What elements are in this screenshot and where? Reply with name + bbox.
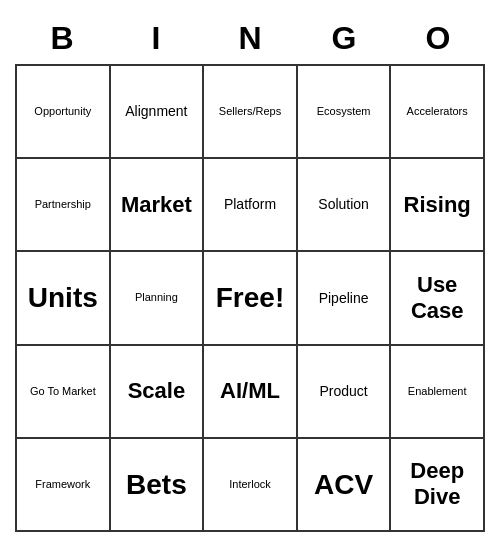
- bingo-cell: Go To Market: [17, 346, 111, 439]
- bingo-cell: Partnership: [17, 159, 111, 252]
- bingo-cell: Accelerators: [391, 66, 485, 159]
- bingo-cell: Use Case: [391, 252, 485, 345]
- bingo-cell: Rising: [391, 159, 485, 252]
- cell-text: Units: [28, 281, 98, 315]
- cell-text: Bets: [126, 468, 187, 502]
- cell-text: Enablement: [408, 385, 467, 398]
- cell-text: Product: [319, 383, 367, 400]
- cell-text: Framework: [35, 478, 90, 491]
- bingo-cell: Units: [17, 252, 111, 345]
- bingo-header: BINGO: [15, 12, 485, 64]
- cell-text: Planning: [135, 291, 178, 304]
- bingo-cell: Market: [111, 159, 205, 252]
- bingo-cell: Alignment: [111, 66, 205, 159]
- cell-text: Scale: [128, 378, 186, 404]
- bingo-cell: ACV: [298, 439, 392, 532]
- bingo-cell: Enablement: [391, 346, 485, 439]
- bingo-cell: Deep Dive: [391, 439, 485, 532]
- bingo-cell: Planning: [111, 252, 205, 345]
- cell-text: Partnership: [35, 198, 91, 211]
- cell-text: Platform: [224, 196, 276, 213]
- header-letter: G: [297, 12, 391, 64]
- cell-text: Solution: [318, 196, 369, 213]
- bingo-cell: Bets: [111, 439, 205, 532]
- header-letter: N: [203, 12, 297, 64]
- cell-text: Pipeline: [319, 290, 369, 307]
- cell-text: Opportunity: [34, 105, 91, 118]
- bingo-cell: Scale: [111, 346, 205, 439]
- cell-text: Rising: [404, 192, 471, 218]
- cell-text: Alignment: [125, 103, 187, 120]
- cell-text: Market: [121, 192, 192, 218]
- bingo-cell: Pipeline: [298, 252, 392, 345]
- bingo-grid: OpportunityAlignmentSellers/RepsEcosyste…: [15, 64, 485, 532]
- cell-text: AI/ML: [220, 378, 280, 404]
- header-letter: O: [391, 12, 485, 64]
- cell-text: Go To Market: [30, 385, 96, 398]
- bingo-cell: Framework: [17, 439, 111, 532]
- bingo-cell: Sellers/Reps: [204, 66, 298, 159]
- header-letter: B: [15, 12, 109, 64]
- cell-text: Use Case: [395, 272, 479, 325]
- bingo-cell: Platform: [204, 159, 298, 252]
- bingo-cell: Free!: [204, 252, 298, 345]
- cell-text: Interlock: [229, 478, 271, 491]
- header-letter: I: [109, 12, 203, 64]
- cell-text: Accelerators: [407, 105, 468, 118]
- cell-text: Sellers/Reps: [219, 105, 281, 118]
- bingo-card: BINGO OpportunityAlignmentSellers/RepsEc…: [15, 12, 485, 532]
- bingo-cell: Interlock: [204, 439, 298, 532]
- cell-text: Ecosystem: [317, 105, 371, 118]
- cell-text: Free!: [216, 281, 284, 315]
- bingo-cell: Solution: [298, 159, 392, 252]
- bingo-cell: Ecosystem: [298, 66, 392, 159]
- bingo-cell: Product: [298, 346, 392, 439]
- bingo-cell: Opportunity: [17, 66, 111, 159]
- bingo-cell: AI/ML: [204, 346, 298, 439]
- cell-text: Deep Dive: [395, 458, 479, 511]
- cell-text: ACV: [314, 468, 373, 502]
